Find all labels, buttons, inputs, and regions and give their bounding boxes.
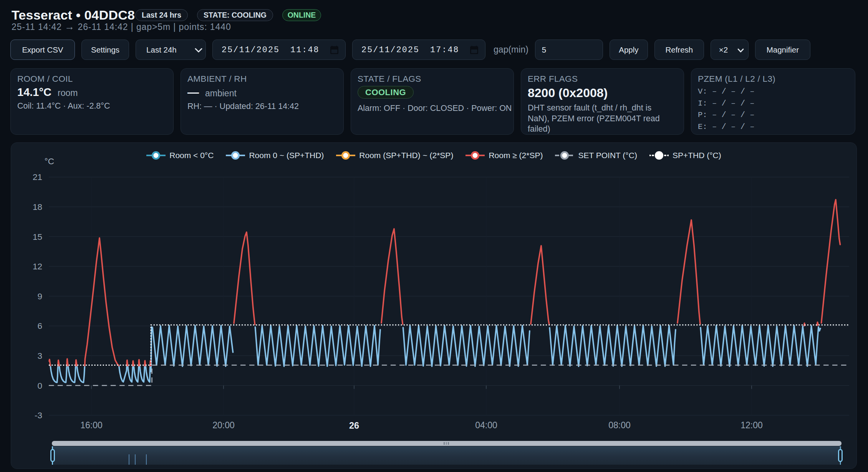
svg-text:-3: -3 xyxy=(35,411,42,420)
svg-text:6: 6 xyxy=(37,321,42,331)
svg-text:0: 0 xyxy=(37,381,42,391)
svg-text:12: 12 xyxy=(33,262,42,271)
svg-text:9: 9 xyxy=(37,292,42,301)
svg-text:20:00: 20:00 xyxy=(212,420,235,430)
svg-text:15: 15 xyxy=(33,232,42,242)
svg-text:08:00: 08:00 xyxy=(608,420,631,430)
svg-text:3: 3 xyxy=(37,351,42,361)
svg-text:12:00: 12:00 xyxy=(740,420,763,430)
svg-text:26: 26 xyxy=(349,421,359,431)
svg-text:04:00: 04:00 xyxy=(475,420,497,430)
svg-text:16:00: 16:00 xyxy=(80,420,103,430)
svg-text:21: 21 xyxy=(33,172,42,182)
svg-text:18: 18 xyxy=(33,202,42,212)
